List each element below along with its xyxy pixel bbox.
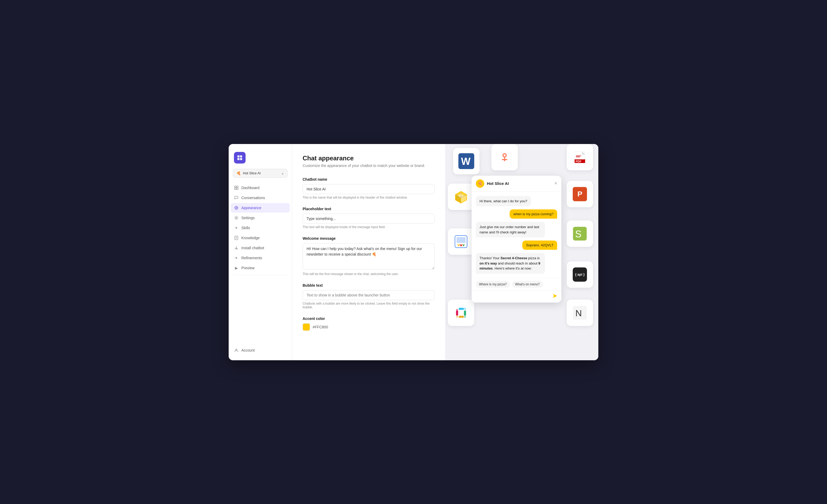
svg-rect-7 (237, 188, 238, 189)
chatbot-name-label: Chatbot name (303, 177, 435, 181)
welcome-message-textarea[interactable] (303, 243, 435, 270)
chat-header: 🍕 Hot Slice AI × (472, 176, 562, 192)
svg-rect-0 (237, 155, 240, 158)
svg-rect-3 (240, 158, 242, 160)
chat-preview: 🍕 Hot Slice AI × Hi there, what can I do… (472, 176, 562, 302)
bot-selector-icon: 🍕 (236, 171, 241, 175)
knowledge-icon (234, 235, 239, 240)
install-icon (234, 245, 239, 250)
welcome-message-label: Welcome message (303, 236, 435, 240)
chat-suggestions: Where is my pizza? What's on menu? (472, 278, 562, 290)
sidebar-item-label: Install chatbot (241, 246, 264, 250)
chat-input-area (472, 290, 562, 302)
svg-rect-31 (576, 157, 580, 157)
sidebar-item-install-chatbot[interactable]: Install chatbot (231, 243, 290, 253)
accent-color-label: Accent color (303, 317, 435, 321)
chatbot-name-section: Chatbot name This is the name that will … (303, 177, 435, 200)
chat-message-bot-1: Hi there, what can I do for you? (476, 196, 531, 207)
page-title: Chat appearance (303, 155, 435, 162)
svg-rect-52 (456, 237, 466, 243)
right-panel: W PDF (445, 144, 598, 360)
nav-items: Dashboard Conversations (229, 183, 292, 273)
suggestion-chip-menu[interactable]: What's on menu? (512, 281, 543, 288)
bubble-text-label: Bubble text (303, 283, 435, 287)
bubble-text-hint: Chatbots with a bubble are more likely t… (303, 302, 435, 309)
chat-message-user-2: Soprano, 42QVLT (522, 240, 557, 250)
sidebar-item-label: Account (241, 348, 255, 352)
api-integration-card: { api } (567, 261, 593, 288)
chat-bot-name: Hot Slice AI (487, 181, 509, 186)
svg-rect-64 (464, 311, 466, 316)
svg-rect-30 (576, 156, 581, 156)
bubble-text-input[interactable] (303, 290, 435, 300)
sidebar-item-label: Settings (241, 216, 255, 220)
sidebar-item-label: Conversations (241, 196, 265, 200)
slides-integration-card (448, 228, 474, 255)
refinements-icon: ✦ (234, 256, 239, 260)
welcome-message-hint: This will be the first message shown in … (303, 272, 435, 276)
chat-close-button[interactable]: × (554, 181, 557, 186)
hubspot-integration-card (491, 144, 518, 170)
chatbot-name-input[interactable] (303, 184, 435, 194)
sidebar-bottom: Account (229, 345, 292, 355)
bubble-text-section: Bubble text Chatbots with a bubble are m… (303, 283, 435, 309)
svg-rect-4 (235, 186, 236, 187)
svg-rect-66 (459, 316, 464, 318)
settings-icon (234, 216, 239, 220)
account-icon (234, 348, 239, 353)
sidebar-item-appearance[interactable]: Appearance (231, 203, 290, 213)
main-content: Chat appearance Customize the appearance… (292, 144, 445, 360)
app-container: 🍕 Hot Slice AI ⌄ Dashboard (229, 144, 598, 360)
sidebar-item-account[interactable]: Account (231, 345, 290, 355)
color-swatch[interactable] (303, 323, 310, 331)
sidebar-item-label: Dashboard (241, 186, 259, 190)
dashboard-icon (234, 185, 239, 190)
svg-text:N: N (575, 308, 582, 318)
chat-send-button[interactable] (552, 293, 558, 300)
svg-rect-60 (456, 311, 458, 316)
preview-icon: ▶ (234, 266, 239, 270)
bot-selector[interactable]: 🍕 Hot Slice AI ⌄ (233, 169, 288, 178)
accent-color-section: Accent color #FFC800 (303, 317, 435, 331)
chevron-down-icon: ⌄ (281, 171, 284, 175)
sidebar-item-dashboard[interactable]: Dashboard (231, 183, 290, 192)
chat-message-user-1: when is my pizza coming? (509, 209, 557, 219)
sidebar-item-label: Refinements (241, 256, 262, 260)
sidebar-item-settings[interactable]: Settings (231, 213, 290, 223)
sidebar-item-preview[interactable]: ▶ Preview (231, 263, 290, 273)
svg-marker-53 (459, 244, 463, 246)
conversations-icon (234, 195, 239, 200)
placeholder-text-input[interactable] (303, 214, 435, 224)
svg-rect-5 (237, 186, 238, 187)
welcome-message-section: Welcome message This will be the first m… (303, 236, 435, 276)
svg-rect-63 (464, 308, 466, 310)
powerpoint-integration-card: P (567, 181, 593, 207)
sidebar-item-conversations[interactable]: Conversations (231, 193, 290, 203)
svg-rect-6 (235, 188, 236, 189)
app-logo-icon (234, 152, 246, 164)
svg-marker-54 (457, 244, 459, 246)
svg-text:PDF: PDF (576, 160, 581, 163)
placeholder-text-section: Placeholder text This text will be displ… (303, 207, 435, 229)
appearance-icon (234, 206, 239, 210)
color-value: #FFC800 (312, 325, 328, 329)
sidebar-item-refinements[interactable]: ✦ Refinements (231, 253, 290, 263)
svg-point-9 (236, 207, 237, 208)
box3d-integration-card (448, 183, 474, 210)
svg-point-19 (236, 349, 237, 350)
bot-selector-label: Hot Slice AI (243, 171, 260, 175)
chat-input-field[interactable] (475, 295, 550, 298)
chat-message-bot-2: Just give me our order number and last n… (476, 222, 545, 237)
sidebar-item-knowledge[interactable]: Knowledge (231, 233, 290, 243)
svg-point-23 (503, 154, 506, 156)
svg-rect-1 (240, 155, 242, 158)
svg-rect-67 (456, 316, 458, 318)
svg-marker-55 (463, 244, 465, 246)
sidebar-logo (229, 149, 292, 169)
sidebar-item-skills[interactable]: ✦ Skills (231, 223, 290, 233)
skills-icon: ✦ (234, 225, 239, 230)
svg-text:S: S (575, 229, 581, 239)
accent-color-row: #FFC800 (303, 323, 435, 331)
suggestion-chip-pizza[interactable]: Where is my pizza? (476, 281, 510, 288)
chat-message-bot-3: Thanks! Your Secret 4-Cheese pizza is on… (476, 253, 545, 274)
